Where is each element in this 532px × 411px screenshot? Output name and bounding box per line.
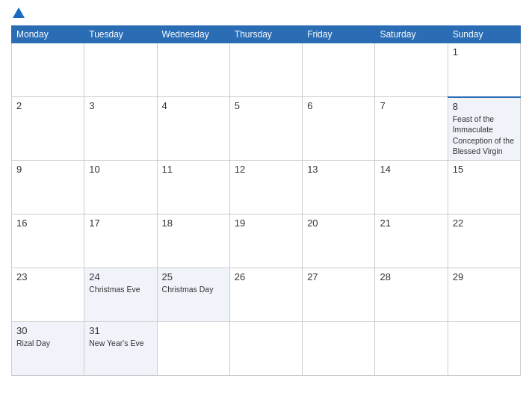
calendar-week-row: 2324Christmas Eve25Christmas Day26272829 [12, 268, 521, 322]
calendar-cell [12, 43, 84, 97]
calendar-cell [375, 43, 448, 97]
calendar-cell: 29 [448, 268, 520, 322]
day-number: 17 [89, 217, 152, 229]
day-number: 7 [380, 100, 442, 111]
day-number: 10 [89, 164, 152, 175]
day-number: 22 [453, 217, 516, 229]
calendar-week-row: 1 [12, 43, 521, 97]
day-number: 11 [162, 164, 225, 175]
calendar-cell: 9 [12, 161, 84, 214]
day-number: 8 [453, 101, 516, 112]
logo-triangle-icon [13, 7, 25, 18]
calendar-header [11, 7, 521, 18]
holiday-name: Feast of the Immaculate Conception of th… [453, 114, 514, 156]
holiday-name: New Year's Eve [89, 339, 143, 347]
calendar-week-row: 16171819202122 [12, 214, 521, 268]
day-header-wednesday: Wednesday [157, 26, 229, 43]
calendar-cell: 25Christmas Day [157, 268, 229, 322]
calendar-cell [229, 322, 302, 376]
day-header-thursday: Thursday [229, 26, 302, 43]
calendar-cell: 24Christmas Eve [84, 268, 157, 322]
day-number: 26 [235, 271, 297, 282]
day-number: 27 [307, 271, 370, 282]
logo [11, 7, 25, 18]
calendar-cell: 10 [84, 161, 157, 214]
day-number: 20 [307, 217, 370, 229]
calendar-cell: 28 [375, 268, 448, 322]
day-number: 3 [89, 100, 152, 111]
calendar-week-row: 2345678Feast of the Immaculate Conceptio… [12, 97, 521, 161]
calendar-cell [303, 322, 375, 376]
day-header-tuesday: Tuesday [84, 26, 157, 43]
day-number: 31 [89, 325, 152, 336]
holiday-name: Christmas Eve [89, 285, 140, 294]
calendar-cell: 21 [375, 214, 448, 268]
day-number: 15 [453, 164, 516, 175]
calendar-cell: 19 [229, 214, 302, 268]
day-number: 14 [380, 164, 442, 175]
calendar-cell: 12 [229, 161, 302, 214]
day-number: 4 [162, 100, 225, 111]
day-number: 23 [16, 271, 79, 282]
calendar-cell: 5 [229, 97, 302, 161]
calendar-cell: 2 [12, 97, 84, 161]
calendar-cell: 18 [157, 214, 229, 268]
calendar-cell: 26 [229, 268, 302, 322]
day-number: 24 [89, 271, 152, 282]
calendar-cell [84, 43, 157, 97]
calendar-cell: 27 [303, 268, 375, 322]
day-number: 25 [162, 271, 225, 282]
day-number: 12 [235, 164, 297, 175]
day-number: 6 [307, 100, 370, 111]
day-number: 2 [16, 100, 79, 111]
day-number: 18 [162, 217, 225, 229]
calendar-cell: 23 [12, 268, 84, 322]
day-header-saturday: Saturday [375, 26, 448, 43]
calendar-cell: 20 [303, 214, 375, 268]
day-header-friday: Friday [303, 26, 375, 43]
day-header-monday: Monday [12, 26, 84, 43]
day-number: 21 [380, 217, 442, 229]
calendar-page: MondayTuesdayWednesdayThursdayFridaySatu… [0, 0, 532, 411]
day-number: 28 [380, 271, 442, 282]
holiday-name: Christmas Day [162, 285, 214, 294]
calendar-cell [303, 43, 375, 97]
calendar-week-row: 30Rizal Day31New Year's Eve [12, 322, 521, 376]
calendar-cell: 22 [448, 214, 520, 268]
calendar-cell [375, 322, 448, 376]
calendar-cell: 30Rizal Day [12, 322, 84, 376]
day-number: 1 [453, 46, 516, 58]
calendar-cell [229, 43, 302, 97]
day-number: 19 [235, 217, 297, 229]
calendar-cell: 8Feast of the Immaculate Conception of t… [448, 97, 520, 161]
day-number: 13 [307, 164, 370, 175]
calendar-cell: 13 [303, 161, 375, 214]
calendar-cell: 16 [12, 214, 84, 268]
calendar-cell [448, 322, 520, 376]
calendar-cell: 6 [303, 97, 375, 161]
day-number: 29 [453, 271, 516, 282]
calendar-cell: 11 [157, 161, 229, 214]
calendar-cell: 17 [84, 214, 157, 268]
calendar-cell: 4 [157, 97, 229, 161]
holiday-name: Rizal Day [16, 339, 50, 347]
calendar-cell: 15 [448, 161, 520, 214]
calendar-cell: 31New Year's Eve [84, 322, 157, 376]
calendar-cell: 1 [448, 43, 520, 97]
day-number: 30 [16, 325, 79, 336]
day-number: 9 [16, 164, 79, 175]
calendar-cell [157, 43, 229, 97]
day-header-sunday: Sunday [448, 26, 520, 43]
calendar-cell: 7 [375, 97, 448, 161]
calendar-cell: 14 [375, 161, 448, 214]
calendar-header-row: MondayTuesdayWednesdayThursdayFridaySatu… [12, 26, 521, 43]
calendar-cell [157, 322, 229, 376]
calendar-week-row: 9101112131415 [12, 161, 521, 214]
calendar-cell: 3 [84, 97, 157, 161]
day-number: 16 [16, 217, 79, 229]
calendar-table: MondayTuesdayWednesdayThursdayFridaySatu… [11, 25, 521, 376]
day-number: 5 [235, 100, 297, 111]
